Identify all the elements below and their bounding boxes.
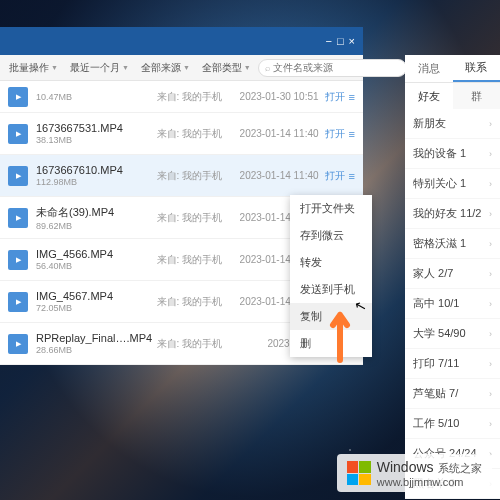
search-input[interactable]	[273, 62, 400, 73]
file-source: 来自: 我的手机	[157, 337, 227, 351]
file-info: 10.47MB	[36, 91, 157, 102]
search-box[interactable]: ⌕	[258, 59, 407, 77]
contact-group-item[interactable]: 高中 10/1›	[405, 289, 500, 319]
file-size: 28.66MB	[36, 345, 157, 355]
file-name: 未命名(39).MP4	[36, 205, 157, 220]
sub-tabs: 好友 群	[405, 83, 500, 109]
file-source: 来自: 我的手机	[157, 211, 227, 225]
file-name: 1673667610.MP4	[36, 164, 157, 176]
contact-group-list: 新朋友›我的设备 1›特别关心 1›我的好友 11/2›密格沃滋 1›家人 2/…	[405, 109, 500, 499]
file-size: 10.47MB	[36, 92, 157, 102]
tab-friends[interactable]: 好友	[405, 83, 453, 109]
video-icon	[8, 208, 28, 228]
chevron-right-icon: ›	[489, 209, 492, 219]
contact-group-item[interactable]: 工作 5/10›	[405, 409, 500, 439]
file-size: 38.13MB	[36, 135, 157, 145]
contact-group-item[interactable]: 我的设备 1›	[405, 139, 500, 169]
annotation-arrow	[325, 310, 355, 370]
file-source: 来自: 我的手机	[157, 90, 227, 104]
contact-group-item[interactable]: 芦笔贴 7/›	[405, 379, 500, 409]
group-label: 芦笔贴 7/	[413, 386, 458, 401]
tab-contacts[interactable]: 联系	[453, 55, 501, 82]
batch-ops-button[interactable]: 批量操作▼	[4, 58, 63, 78]
contact-group-item[interactable]: 大学 54/90›	[405, 319, 500, 349]
file-info: IMG_4567.MP4 72.05MB	[36, 290, 157, 313]
type-filter-button[interactable]: 全部类型▼	[197, 58, 256, 78]
chevron-right-icon: ›	[489, 179, 492, 189]
file-info: 1673667610.MP4 112.98MB	[36, 164, 157, 187]
file-info: 未命名(39).MP4 89.62MB	[36, 205, 157, 231]
more-icon[interactable]: ≡	[349, 128, 355, 140]
source-filter-button[interactable]: 全部来源▼	[136, 58, 195, 78]
chevron-right-icon: ›	[489, 299, 492, 309]
video-icon	[8, 166, 28, 186]
group-label: 我的设备 1	[413, 146, 466, 161]
file-name: IMG_4566.MP4	[36, 248, 157, 260]
file-size: 112.98MB	[36, 177, 157, 187]
group-label: 工作 5/10	[413, 416, 459, 431]
file-date: 2023-01-14 11:40	[227, 128, 319, 139]
open-button[interactable]: 打开	[325, 127, 345, 141]
group-label: 大学 54/90	[413, 326, 466, 341]
chevron-right-icon: ›	[489, 329, 492, 339]
group-label: 高中 10/1	[413, 296, 459, 311]
group-label: 打印 7/11	[413, 356, 459, 371]
file-row[interactable]: 10.47MB 来自: 我的手机 2023-01-30 10:51 打开 ≡	[0, 81, 363, 113]
context-menu-item[interactable]: 存到微云	[290, 222, 372, 249]
context-menu-item[interactable]: 打开文件夹	[290, 195, 372, 222]
file-name: 1673667531.MP4	[36, 122, 157, 134]
file-source: 来自: 我的手机	[157, 253, 227, 267]
group-label: 特别关心 1	[413, 176, 466, 191]
video-icon	[8, 124, 28, 144]
chevron-down-icon: ▼	[51, 64, 58, 71]
chevron-right-icon: ›	[489, 239, 492, 249]
chevron-down-icon: ▼	[183, 64, 190, 71]
contact-group-item[interactable]: 打印 7/11›	[405, 349, 500, 379]
time-filter-button[interactable]: 最近一个月▼	[65, 58, 134, 78]
file-size: 89.62MB	[36, 221, 157, 231]
video-icon	[8, 292, 28, 312]
watermark-brand: Windows	[377, 459, 434, 475]
contact-group-item[interactable]: 我的好友 11/2›	[405, 199, 500, 229]
file-size: 56.40MB	[36, 261, 157, 271]
file-row[interactable]: 1673667610.MP4 112.98MB 来自: 我的手机 2023-01…	[0, 155, 363, 197]
minimize-icon[interactable]: −	[325, 35, 331, 47]
video-icon	[8, 250, 28, 270]
file-source: 来自: 我的手机	[157, 295, 227, 309]
context-menu-item[interactable]: 转发	[290, 249, 372, 276]
chevron-right-icon: ›	[489, 359, 492, 369]
toolbar: 批量操作▼ 最近一个月▼ 全部来源▼ 全部类型▼ ⌕ ↑↓	[0, 55, 363, 81]
group-label: 新朋友	[413, 116, 446, 131]
contact-group-item[interactable]: 特别关心 1›	[405, 169, 500, 199]
open-button[interactable]: 打开	[325, 90, 345, 104]
tab-groups[interactable]: 群	[453, 83, 501, 109]
maximize-icon[interactable]: □	[337, 35, 344, 47]
file-info: 1673667531.MP4 38.13MB	[36, 122, 157, 145]
file-info: RPReplay_Final….MP4 28.66MB	[36, 332, 157, 355]
chevron-right-icon: ›	[489, 149, 492, 159]
chevron-right-icon: ›	[489, 119, 492, 129]
file-row[interactable]: 1673667531.MP4 38.13MB 来自: 我的手机 2023-01-…	[0, 113, 363, 155]
file-source: 来自: 我的手机	[157, 169, 227, 183]
search-icon: ⌕	[265, 63, 270, 73]
main-tabs: 消息 联系	[405, 55, 500, 83]
file-date: 2023-01-14 11:40	[227, 170, 319, 181]
close-icon[interactable]: ×	[349, 35, 355, 47]
contact-group-item[interactable]: 密格沃滋 1›	[405, 229, 500, 259]
file-name: IMG_4567.MP4	[36, 290, 157, 302]
contacts-panel: 消息 联系 好友 群 新朋友›我的设备 1›特别关心 1›我的好友 11/2›密…	[405, 55, 500, 499]
more-icon[interactable]: ≡	[349, 170, 355, 182]
contact-group-item[interactable]: 新朋友›	[405, 109, 500, 139]
windows-logo-icon	[347, 461, 371, 485]
more-icon[interactable]: ≡	[349, 91, 355, 103]
watermark-site: 系统之家	[438, 462, 482, 474]
tab-messages[interactable]: 消息	[405, 55, 453, 82]
group-label: 密格沃滋 1	[413, 236, 466, 251]
chevron-down-icon: ▼	[244, 64, 251, 71]
open-button[interactable]: 打开	[325, 169, 345, 183]
watermark-url: www.bjjmmw.com	[377, 476, 482, 488]
file-info: IMG_4566.MP4 56.40MB	[36, 248, 157, 271]
watermark: Windows 系统之家 www.bjjmmw.com	[337, 454, 492, 492]
contact-group-item[interactable]: 家人 2/7›	[405, 259, 500, 289]
video-icon	[8, 334, 28, 354]
